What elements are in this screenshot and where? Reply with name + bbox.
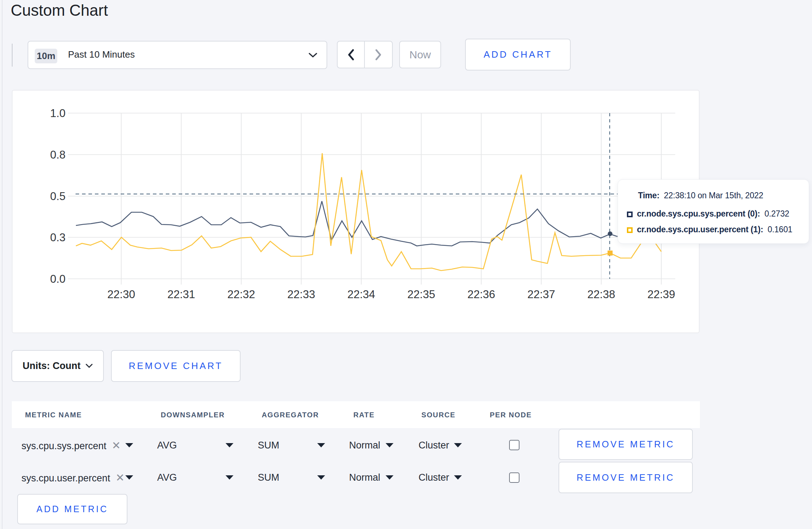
svg-text:22:34: 22:34 [347, 288, 375, 301]
svg-text:22:32: 22:32 [227, 288, 255, 301]
svg-text:22:37: 22:37 [527, 288, 555, 301]
svg-text:22:39: 22:39 [647, 288, 675, 301]
svg-text:22:33: 22:33 [287, 288, 315, 301]
svg-text:22:38: 22:38 [588, 288, 615, 301]
svg-text:1.0: 1.0 [50, 107, 66, 120]
svg-text:0.8: 0.8 [50, 149, 66, 161]
svg-text:0.5: 0.5 [50, 190, 66, 203]
svg-text:22:36: 22:36 [467, 288, 495, 301]
svg-text:22:30: 22:30 [107, 288, 135, 301]
svg-text:22:31: 22:31 [167, 288, 195, 301]
svg-text:0.3: 0.3 [50, 231, 66, 244]
svg-text:0.0: 0.0 [50, 273, 66, 285]
svg-text:22:35: 22:35 [407, 288, 435, 301]
